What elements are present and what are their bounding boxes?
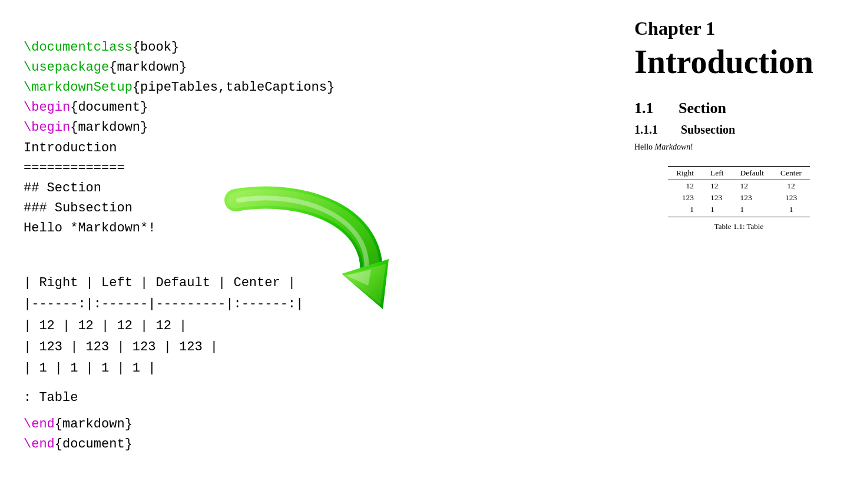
cell-r2c2: 123 bbox=[702, 192, 732, 204]
cell-r3c1: 1 bbox=[668, 204, 702, 217]
cmd-begin1: \begin bbox=[24, 100, 70, 115]
cmd-usepackage: \usepackage bbox=[24, 60, 109, 75]
section-number: 1.1 bbox=[634, 100, 667, 117]
line-hello: Hello *Markdown*! bbox=[24, 221, 155, 236]
arg-document: {document} bbox=[70, 100, 148, 115]
line-section: ## Section bbox=[24, 181, 101, 195]
cmd-end1: \end bbox=[24, 417, 55, 432]
cell-r1c3: 12 bbox=[732, 180, 772, 192]
right-panel: Chapter 1 Introduction 1.1 Section 1.1.1… bbox=[605, 0, 867, 504]
curved-arrow-icon bbox=[188, 183, 412, 359]
line-begin-document: \begin{document} bbox=[24, 100, 148, 115]
line-begin-markdown: \begin{markdown} bbox=[24, 120, 148, 135]
end-lines: \end{markdown} \end{document} bbox=[24, 415, 389, 455]
chapter-label: Chapter 1 bbox=[634, 18, 843, 39]
line-documentclass: \documentclass{book} bbox=[24, 40, 179, 55]
cell-r3c4: 1 bbox=[772, 204, 810, 217]
cell-r2c3: 123 bbox=[732, 192, 772, 204]
cmd-end2: \end bbox=[24, 437, 55, 452]
table-caption-line: : Table bbox=[24, 390, 389, 405]
table-caption: Table 1.1: Table bbox=[634, 222, 843, 231]
table-row: 123 123 123 123 bbox=[668, 192, 810, 204]
section-title: Section bbox=[679, 100, 726, 117]
cell-r1c4: 12 bbox=[772, 180, 810, 192]
latex-table-wrapper: Right Left Default Center 12 12 12 12 12… bbox=[634, 166, 843, 231]
table-row: 12 12 12 12 bbox=[668, 180, 810, 192]
arg-pipetables: {pipeTables,tableCaptions} bbox=[133, 80, 335, 95]
col-header-right: Right bbox=[668, 166, 702, 180]
cell-r1c1: 12 bbox=[668, 180, 702, 192]
line-equals: ============= bbox=[24, 161, 125, 175]
cell-r3c3: 1 bbox=[732, 204, 772, 217]
cell-r3c2: 1 bbox=[702, 204, 732, 217]
arg-end-document: {document} bbox=[55, 437, 133, 452]
arg-markdown: {markdown} bbox=[109, 60, 187, 75]
col-header-default: Default bbox=[732, 166, 772, 180]
cmd-begin2: \begin bbox=[24, 120, 70, 135]
line-usepackage: \usepackage{markdown} bbox=[24, 60, 187, 75]
svg-marker-1 bbox=[345, 264, 386, 305]
rendered-table: Right Left Default Center 12 12 12 12 12… bbox=[668, 166, 810, 217]
body-text: Hello Markdown! bbox=[634, 142, 843, 152]
table-header-row: Right Left Default Center bbox=[668, 166, 810, 180]
cell-r2c4: 123 bbox=[772, 192, 810, 204]
cmd-documentclass: \documentclass bbox=[24, 40, 133, 55]
table-row: 1 1 1 1 bbox=[668, 204, 810, 217]
line-introduction: Introduction bbox=[24, 141, 117, 155]
line-markdownsetup: \markdownSetup{pipeTables,tableCaptions} bbox=[24, 80, 335, 95]
line-end-markdown: \end{markdown} bbox=[24, 415, 389, 435]
arg-markdown2: {markdown} bbox=[70, 120, 148, 135]
subsection-title: Subsection bbox=[681, 123, 735, 137]
line-subsection: ### Subsection bbox=[24, 201, 133, 215]
cell-r1c2: 12 bbox=[702, 180, 732, 192]
italic-markdown: Markdown bbox=[655, 142, 691, 151]
table-row-3: | 1 | 1 | 1 | 1 | bbox=[24, 358, 389, 379]
cell-r2c1: 123 bbox=[668, 192, 702, 204]
col-header-center: Center bbox=[772, 166, 810, 180]
arg-end-markdown: {markdown} bbox=[55, 417, 133, 432]
chapter-title: Introduction bbox=[634, 44, 843, 81]
cmd-markdownsetup: \markdownSetup bbox=[24, 80, 133, 95]
subsection-number: 1.1.1 bbox=[634, 123, 673, 137]
subsection-heading: 1.1.1 Subsection bbox=[634, 123, 843, 137]
section-heading: 1.1 Section bbox=[634, 100, 843, 117]
col-header-left: Left bbox=[702, 166, 732, 180]
arg-book: {book} bbox=[133, 40, 179, 55]
line-end-document: \end{document} bbox=[24, 435, 389, 455]
